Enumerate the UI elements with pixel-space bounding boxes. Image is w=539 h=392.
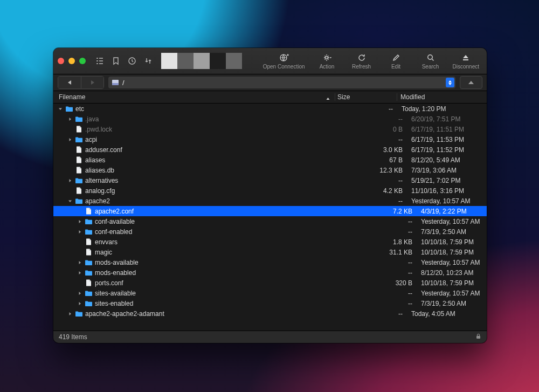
list-item[interactable]: apache2--Yesterday, 10:57 AM — [53, 196, 487, 206]
disclosure-closed-icon[interactable] — [77, 291, 82, 295]
disclosure-spacer — [67, 157, 73, 162]
list-item[interactable]: adduser.conf3.0 KB6/17/19, 11:52 PM — [53, 145, 487, 155]
disclosure-closed-icon[interactable] — [67, 311, 73, 316]
tab-5[interactable] — [226, 53, 242, 69]
svg-point-3 — [427, 54, 432, 59]
file-icon — [75, 187, 83, 195]
folder-icon — [75, 176, 83, 184]
list-item[interactable]: ports.conf320 B10/10/18, 7:59 PM — [53, 278, 487, 288]
disclosure-closed-icon[interactable] — [77, 219, 82, 224]
forward-button[interactable] — [81, 77, 103, 88]
item-size: -- — [353, 269, 418, 277]
folder-icon — [75, 197, 83, 205]
disclosure-open-icon[interactable] — [67, 198, 73, 203]
history-clock-icon[interactable] — [126, 54, 139, 67]
list-item[interactable]: apache2.conf7.2 KB4/3/19, 2:22 PM — [53, 206, 487, 216]
list-item[interactable]: sites-available--Yesterday, 10:57 AM — [53, 288, 487, 298]
item-name: conf-available — [95, 218, 135, 225]
list-item[interactable]: envvars1.8 KB10/10/18, 7:59 PM — [53, 237, 487, 247]
item-modified: Yesterday, 10:57 AM — [418, 290, 487, 297]
path-field[interactable]: / — [108, 77, 455, 88]
gear-icon — [322, 53, 332, 63]
svg-point-2 — [325, 56, 328, 59]
disconnect-button[interactable]: Disconnect — [450, 53, 482, 70]
item-name: sites-available — [95, 290, 136, 297]
item-modified: 7/3/19, 2:50 AM — [418, 300, 487, 307]
action-label: Action — [320, 64, 335, 70]
file-list[interactable]: etc--Today, 1:20 PM.java--6/20/19, 7:51 … — [53, 104, 487, 331]
item-size: 3.0 KB — [343, 146, 408, 154]
tab-3[interactable] — [194, 53, 210, 69]
item-size: -- — [343, 136, 408, 143]
item-size: -- — [343, 115, 408, 123]
window-controls — [58, 58, 86, 64]
disclosure-open-icon[interactable] — [58, 106, 63, 111]
column-modified[interactable]: Modified — [397, 93, 487, 101]
go-up-button[interactable] — [460, 76, 482, 89]
disclosure-closed-icon[interactable] — [77, 270, 82, 275]
open-connection-button[interactable]: Open Connection — [260, 53, 308, 70]
disclosure-closed-icon[interactable] — [77, 260, 82, 265]
edit-button[interactable]: Edit — [381, 53, 412, 70]
item-modified: Yesterday, 10:57 AM — [418, 218, 487, 225]
back-button[interactable] — [58, 77, 81, 88]
item-modified: Yesterday, 10:57 AM — [418, 259, 487, 266]
disconnect-label: Disconnect — [453, 64, 479, 70]
column-filename[interactable]: Filename — [53, 93, 335, 101]
tab-4[interactable] — [210, 53, 226, 69]
list-item[interactable]: sites-enabled--7/3/19, 2:50 AM — [53, 298, 487, 308]
close-window-button[interactable] — [58, 58, 64, 64]
item-modified: 6/17/19, 11:53 PM — [408, 136, 487, 143]
list-item[interactable]: apache2-apache2-adamant--Today, 4:05 AM — [53, 308, 487, 319]
disclosure-closed-icon[interactable] — [67, 116, 73, 121]
column-modified-label: Modified — [400, 93, 425, 101]
folder-icon — [85, 299, 93, 307]
list-item[interactable]: acpi--6/17/19, 11:53 PM — [53, 134, 487, 145]
item-name: apache2.conf — [95, 208, 134, 215]
item-size: -- — [353, 290, 418, 297]
chevron-up-icon — [468, 81, 474, 84]
list-item[interactable]: magic31.1 KB10/10/18, 7:59 PM — [53, 247, 487, 257]
list-item[interactable]: .pwd.lock0 B6/17/19, 11:51 PM — [53, 124, 487, 134]
list-item[interactable]: conf-available--Yesterday, 10:57 AM — [53, 216, 487, 226]
item-size: -- — [353, 218, 418, 225]
column-filename-label: Filename — [59, 93, 85, 101]
disclosure-closed-icon[interactable] — [77, 229, 82, 234]
tab-2[interactable] — [177, 53, 194, 69]
path-popup-stepper[interactable] — [446, 78, 454, 87]
transfers-icon[interactable] — [142, 54, 155, 67]
item-modified: 6/17/19, 11:51 PM — [408, 126, 487, 133]
list-item[interactable]: .java--6/20/19, 7:51 PM — [53, 114, 487, 124]
disclosure-closed-icon[interactable] — [67, 137, 73, 142]
item-modified: 4/3/19, 2:22 PM — [418, 208, 487, 215]
item-modified: Today, 1:20 PM — [398, 105, 487, 113]
minimize-window-button[interactable] — [68, 58, 75, 64]
item-name: adduser.conf — [85, 146, 122, 154]
list-item[interactable]: mods-enabled--8/12/20, 10:23 AM — [53, 267, 487, 278]
path-text: / — [122, 79, 452, 87]
item-name: sites-enabled — [95, 300, 133, 307]
search-button[interactable]: Search — [415, 53, 446, 70]
list-item[interactable]: aliases67 B8/12/20, 5:49 AM — [53, 155, 487, 165]
list-item[interactable]: alternatives--5/19/21, 7:02 PM — [53, 175, 487, 185]
refresh-button[interactable]: Refresh — [346, 53, 377, 70]
tab-1[interactable] — [161, 53, 177, 69]
item-size: -- — [353, 300, 418, 307]
list-item[interactable]: mods-available--Yesterday, 10:57 AM — [53, 257, 487, 267]
file-icon — [85, 248, 93, 256]
list-item[interactable]: aliases.db12.3 KB7/3/19, 3:06 AM — [53, 165, 487, 175]
disclosure-spacer — [77, 250, 82, 255]
outline-view-icon[interactable] — [93, 54, 106, 67]
browser-window: Open Connection Action Refresh Edit Sear… — [53, 48, 487, 343]
zoom-window-button[interactable] — [79, 58, 86, 64]
list-item[interactable]: conf-enabled--7/3/19, 2:50 AM — [53, 226, 487, 237]
list-item[interactable]: etc--Today, 1:20 PM — [53, 104, 487, 114]
action-button[interactable]: Action — [312, 53, 343, 70]
disclosure-closed-icon[interactable] — [77, 301, 82, 306]
column-size[interactable]: Size — [335, 93, 397, 101]
column-size-label: Size — [337, 93, 350, 101]
pencil-icon — [392, 53, 400, 63]
disclosure-closed-icon[interactable] — [67, 178, 73, 183]
bookmark-icon[interactable] — [109, 54, 122, 67]
list-item[interactable]: analog.cfg4.2 KB11/10/16, 3:16 PM — [53, 185, 487, 196]
